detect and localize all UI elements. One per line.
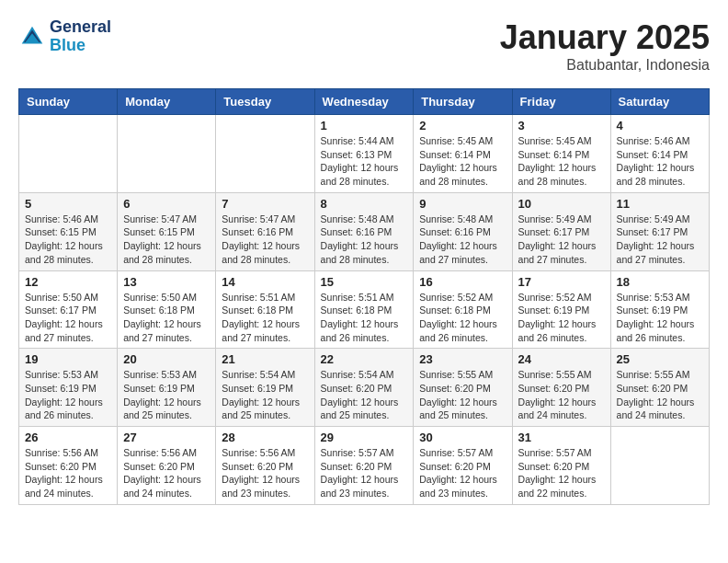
calendar-cell: 14Sunrise: 5:51 AM Sunset: 6:18 PM Dayli… [216,270,314,349]
day-info: Sunrise: 5:45 AM Sunset: 6:14 PM Dayligh… [419,134,506,189]
weekday-header-cell: Friday [512,89,610,115]
day-info: Sunrise: 5:47 AM Sunset: 6:16 PM Dayligh… [222,213,308,267]
day-info: Sunrise: 5:52 AM Sunset: 6:19 PM Dayligh… [518,291,605,345]
day-info: Sunrise: 5:55 AM Sunset: 6:20 PM Dayligh… [518,368,605,422]
day-info: Sunrise: 5:47 AM Sunset: 6:15 PM Dayligh… [123,213,210,267]
day-number: 29 [321,431,408,444]
calendar-cell [216,115,314,193]
calendar-cell [19,115,118,193]
day-number: 30 [419,431,506,444]
day-info: Sunrise: 5:52 AM Sunset: 6:18 PM Dayligh… [419,291,506,345]
calendar-cell: 30Sunrise: 5:57 AM Sunset: 6:20 PM Dayli… [414,427,512,505]
day-number: 28 [222,431,308,444]
day-number: 5 [25,197,111,211]
location-subtitle: Batubantar, Indonesia [500,57,710,74]
day-number: 6 [123,197,210,211]
weekday-header-cell: Sunday [19,89,118,115]
calendar-cell: 21Sunrise: 5:54 AM Sunset: 6:19 PM Dayli… [216,349,314,427]
day-number: 2 [419,119,506,132]
calendar-cell [118,115,216,193]
day-number: 9 [419,197,506,211]
day-info: Sunrise: 5:54 AM Sunset: 6:20 PM Dayligh… [321,368,408,422]
calendar-cell: 18Sunrise: 5:53 AM Sunset: 6:19 PM Dayli… [610,270,709,349]
day-number: 3 [518,119,605,132]
calendar-cell: 23Sunrise: 5:55 AM Sunset: 6:20 PM Dayli… [414,349,512,427]
calendar-cell: 16Sunrise: 5:52 AM Sunset: 6:18 PM Dayli… [414,270,512,349]
day-info: Sunrise: 5:50 AM Sunset: 6:17 PM Dayligh… [25,291,111,345]
logo-icon [18,23,46,51]
calendar-cell: 24Sunrise: 5:55 AM Sunset: 6:20 PM Dayli… [512,349,610,427]
day-info: Sunrise: 5:48 AM Sunset: 6:16 PM Dayligh… [419,213,506,267]
calendar-cell: 11Sunrise: 5:49 AM Sunset: 6:17 PM Dayli… [610,192,709,270]
day-number: 7 [222,197,308,211]
weekday-header-row: SundayMondayTuesdayWednesdayThursdayFrid… [19,89,710,115]
calendar-cell: 31Sunrise: 5:57 AM Sunset: 6:20 PM Dayli… [512,427,610,505]
day-info: Sunrise: 5:53 AM Sunset: 6:19 PM Dayligh… [123,368,210,422]
logo: General Blue [18,18,111,55]
calendar-table: SundayMondayTuesdayWednesdayThursdayFrid… [18,88,710,505]
calendar-cell: 27Sunrise: 5:56 AM Sunset: 6:20 PM Dayli… [118,427,216,505]
day-info: Sunrise: 5:55 AM Sunset: 6:20 PM Dayligh… [617,368,703,422]
calendar-cell: 5Sunrise: 5:46 AM Sunset: 6:15 PM Daylig… [19,192,118,270]
day-number: 17 [518,275,605,289]
calendar-cell: 3Sunrise: 5:45 AM Sunset: 6:14 PM Daylig… [512,115,610,193]
day-info: Sunrise: 5:57 AM Sunset: 6:20 PM Dayligh… [321,446,408,500]
title-block: January 2025 Batubantar, Indonesia [500,18,710,74]
day-info: Sunrise: 5:51 AM Sunset: 6:18 PM Dayligh… [222,291,308,345]
day-number: 16 [419,275,506,289]
day-info: Sunrise: 5:49 AM Sunset: 6:17 PM Dayligh… [617,213,703,267]
calendar-cell: 9Sunrise: 5:48 AM Sunset: 6:16 PM Daylig… [414,192,512,270]
day-info: Sunrise: 5:56 AM Sunset: 6:20 PM Dayligh… [123,446,210,500]
logo-text: General Blue [50,18,111,55]
day-info: Sunrise: 5:46 AM Sunset: 6:14 PM Dayligh… [617,134,703,189]
weekday-header-cell: Saturday [610,89,709,115]
day-number: 12 [25,275,111,289]
calendar-cell: 10Sunrise: 5:49 AM Sunset: 6:17 PM Dayli… [512,192,610,270]
weekday-header-cell: Thursday [414,89,512,115]
day-number: 23 [419,352,506,366]
calendar-cell: 2Sunrise: 5:45 AM Sunset: 6:14 PM Daylig… [414,115,512,193]
calendar-cell: 1Sunrise: 5:44 AM Sunset: 6:13 PM Daylig… [314,115,414,193]
day-number: 15 [321,275,408,289]
day-number: 14 [222,275,308,289]
calendar-week-row: 12Sunrise: 5:50 AM Sunset: 6:17 PM Dayli… [19,270,710,349]
day-number: 10 [518,197,605,211]
calendar-cell: 6Sunrise: 5:47 AM Sunset: 6:15 PM Daylig… [118,192,216,270]
calendar-cell: 4Sunrise: 5:46 AM Sunset: 6:14 PM Daylig… [610,115,709,193]
calendar-cell: 12Sunrise: 5:50 AM Sunset: 6:17 PM Dayli… [19,270,118,349]
day-info: Sunrise: 5:44 AM Sunset: 6:13 PM Dayligh… [321,134,408,189]
day-info: Sunrise: 5:48 AM Sunset: 6:16 PM Dayligh… [321,213,408,267]
day-info: Sunrise: 5:46 AM Sunset: 6:15 PM Dayligh… [25,213,111,267]
page-header: General Blue January 2025 Batubantar, In… [18,18,710,74]
day-info: Sunrise: 5:57 AM Sunset: 6:20 PM Dayligh… [419,446,506,500]
calendar-cell: 20Sunrise: 5:53 AM Sunset: 6:19 PM Dayli… [118,349,216,427]
day-number: 8 [321,197,408,211]
weekday-header-cell: Tuesday [216,89,314,115]
day-number: 21 [222,352,308,366]
day-number: 1 [321,119,408,132]
day-info: Sunrise: 5:49 AM Sunset: 6:17 PM Dayligh… [518,213,605,267]
calendar-cell: 7Sunrise: 5:47 AM Sunset: 6:16 PM Daylig… [216,192,314,270]
weekday-header-cell: Monday [118,89,216,115]
day-info: Sunrise: 5:45 AM Sunset: 6:14 PM Dayligh… [518,134,605,189]
day-info: Sunrise: 5:51 AM Sunset: 6:18 PM Dayligh… [321,291,408,345]
day-info: Sunrise: 5:56 AM Sunset: 6:20 PM Dayligh… [25,446,111,500]
calendar-week-row: 26Sunrise: 5:56 AM Sunset: 6:20 PM Dayli… [19,427,710,505]
day-number: 18 [617,275,703,289]
calendar-cell: 13Sunrise: 5:50 AM Sunset: 6:18 PM Dayli… [118,270,216,349]
day-number: 25 [617,352,703,366]
day-number: 27 [123,431,210,444]
day-info: Sunrise: 5:50 AM Sunset: 6:18 PM Dayligh… [123,291,210,345]
calendar-cell: 15Sunrise: 5:51 AM Sunset: 6:18 PM Dayli… [314,270,414,349]
calendar-cell: 25Sunrise: 5:55 AM Sunset: 6:20 PM Dayli… [610,349,709,427]
calendar-cell: 26Sunrise: 5:56 AM Sunset: 6:20 PM Dayli… [19,427,118,505]
day-info: Sunrise: 5:53 AM Sunset: 6:19 PM Dayligh… [617,291,703,345]
day-number: 20 [123,352,210,366]
day-number: 22 [321,352,408,366]
calendar-week-row: 19Sunrise: 5:53 AM Sunset: 6:19 PM Dayli… [19,349,710,427]
day-number: 24 [518,352,605,366]
day-number: 4 [617,119,703,132]
day-number: 19 [25,352,111,366]
calendar-cell: 22Sunrise: 5:54 AM Sunset: 6:20 PM Dayli… [314,349,414,427]
day-info: Sunrise: 5:57 AM Sunset: 6:20 PM Dayligh… [518,446,605,500]
